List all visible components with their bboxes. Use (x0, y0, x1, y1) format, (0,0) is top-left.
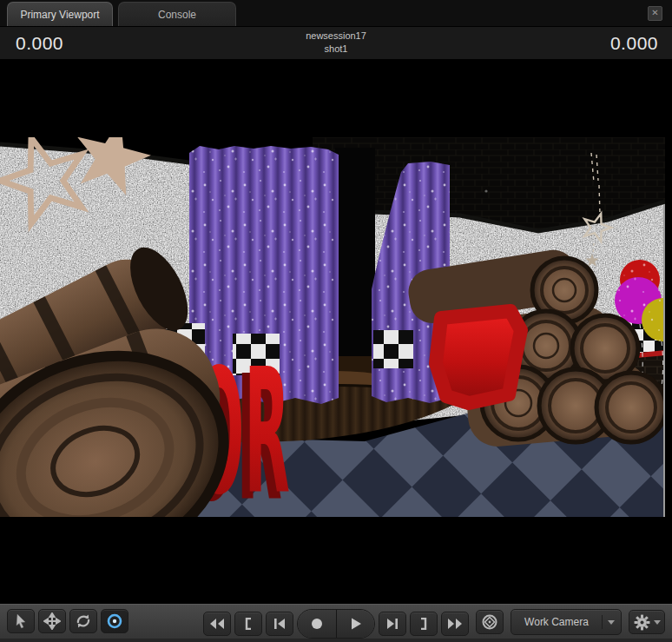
camera-target-icon (480, 612, 499, 632)
loop-start-button[interactable] (234, 612, 262, 636)
tab-primary-viewport-label: Primary Viewport (20, 9, 99, 21)
tab-bar: Primary Viewport Console ✕ (0, 0, 672, 26)
rewind-icon (208, 618, 226, 630)
viewport-header: 0.000 newsession17 shot1 0.000 (0, 26, 672, 59)
transport-controls (203, 609, 469, 639)
viewport-tool-group (7, 609, 128, 633)
step-forward-icon (385, 618, 399, 630)
camera-selector-value: Work Camera (511, 616, 602, 628)
bracket-out-icon (418, 618, 429, 630)
gear-icon (634, 614, 650, 631)
record-icon (310, 617, 324, 631)
close-icon[interactable]: ✕ (648, 6, 662, 21)
orbit-camera-icon (105, 612, 124, 631)
session-name: newsession17 (0, 30, 672, 43)
step-forward-button[interactable] (379, 612, 406, 636)
bottom-edge-strip (0, 639, 672, 642)
bottom-toolbar: Work Camera (0, 604, 672, 639)
select-cursor-icon (12, 612, 30, 630)
step-back-icon (273, 618, 287, 630)
chevron-down-icon (654, 620, 661, 625)
camera-center-button[interactable] (476, 610, 504, 634)
rotate-icon (75, 612, 92, 630)
loop-end-button[interactable] (410, 612, 438, 636)
dropdown-divider (602, 615, 603, 629)
play-button[interactable] (336, 610, 374, 638)
bracket-in-icon (243, 618, 254, 630)
error-3d-blob (436, 311, 521, 403)
shot-name: shot1 (0, 43, 672, 56)
session-info: newsession17 shot1 (0, 30, 672, 56)
orbit-tool-button[interactable] (101, 609, 128, 633)
camera-selector-dropdown[interactable]: Work Camera (511, 609, 622, 635)
tab-console-label: Console (158, 9, 196, 21)
play-icon (349, 617, 363, 631)
room-corner-right (664, 137, 672, 517)
scene-canvas: ERROR ERROR (0, 137, 672, 517)
record-play-pill (297, 609, 375, 639)
viewport-3d-scene[interactable]: ERROR ERROR (0, 59, 672, 604)
select-tool-button[interactable] (7, 609, 35, 633)
right-time-value: 0.000 (610, 33, 658, 54)
rewind-button[interactable] (203, 612, 231, 636)
tab-console[interactable]: Console (118, 2, 236, 26)
tab-primary-viewport[interactable]: Primary Viewport (7, 2, 113, 26)
chevron-down-icon (608, 620, 615, 625)
rotate-tool-button[interactable] (69, 609, 97, 633)
translate-tool-button[interactable] (38, 609, 66, 633)
fast-forward-button[interactable] (441, 612, 469, 636)
translate-icon (43, 612, 61, 630)
fast-forward-icon (446, 618, 464, 630)
application-window: Primary Viewport Console ✕ 0.000 newsess… (0, 0, 672, 642)
record-button[interactable] (298, 610, 336, 638)
camera-controls-group: Work Camera (476, 609, 665, 635)
step-back-button[interactable] (266, 612, 293, 636)
viewport-settings-button[interactable] (629, 610, 665, 634)
